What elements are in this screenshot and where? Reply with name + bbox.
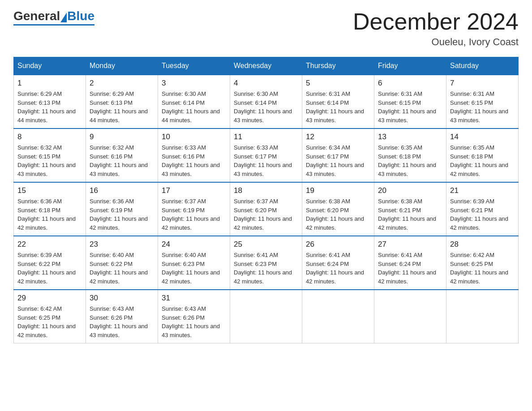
day-info: Sunrise: 6:30 AMSunset: 6:14 PMDaylight:… [234,90,298,124]
day-info: Sunrise: 6:33 AMSunset: 6:16 PMDaylight:… [162,143,226,178]
calendar-week-2: 8 Sunrise: 6:32 AMSunset: 6:15 PMDayligh… [14,128,519,182]
calendar-table: SundayMondayTuesdayWednesdayThursdayFrid… [13,57,519,343]
day-info: Sunrise: 6:36 AMSunset: 6:19 PMDaylight:… [90,197,154,232]
weekday-header-wednesday: Wednesday [230,57,302,75]
calendar-cell: 5 Sunrise: 6:31 AMSunset: 6:14 PMDayligh… [302,75,374,128]
calendar-cell: 12 Sunrise: 6:34 AMSunset: 6:17 PMDaylig… [302,128,374,182]
day-info: Sunrise: 6:41 AMSunset: 6:24 PMDaylight:… [306,251,370,286]
day-number: 21 [450,186,515,195]
calendar-cell: 8 Sunrise: 6:32 AMSunset: 6:15 PMDayligh… [14,128,86,182]
day-number: 14 [450,133,515,141]
day-number: 16 [90,186,154,195]
day-info: Sunrise: 6:40 AMSunset: 6:22 PMDaylight:… [90,251,154,286]
calendar-cell [446,290,519,343]
calendar-cell [230,290,302,343]
calendar-cell: 2 Sunrise: 6:29 AMSunset: 6:13 PMDayligh… [86,75,158,128]
day-info: Sunrise: 6:36 AMSunset: 6:18 PMDaylight:… [17,197,82,232]
day-info: Sunrise: 6:32 AMSunset: 6:15 PMDaylight:… [17,143,82,178]
day-number: 8 [17,133,82,141]
day-number: 27 [378,240,442,249]
day-info: Sunrise: 6:41 AMSunset: 6:23 PMDaylight:… [234,251,298,286]
calendar-cell: 4 Sunrise: 6:30 AMSunset: 6:14 PMDayligh… [230,75,302,128]
day-number: 20 [378,186,442,195]
day-info: Sunrise: 6:30 AMSunset: 6:14 PMDaylight:… [162,90,226,124]
calendar-cell: 9 Sunrise: 6:32 AMSunset: 6:16 PMDayligh… [86,128,158,182]
day-number: 11 [234,133,298,141]
day-info: Sunrise: 6:43 AMSunset: 6:26 PMDaylight:… [162,304,226,339]
day-number: 31 [162,294,226,303]
day-number: 3 [162,79,226,88]
day-info: Sunrise: 6:35 AMSunset: 6:18 PMDaylight:… [378,143,442,178]
calendar-cell [302,290,374,343]
day-number: 10 [162,133,226,141]
calendar-week-3: 15 Sunrise: 6:36 AMSunset: 6:18 PMDaylig… [14,182,519,236]
calendar-cell: 29 Sunrise: 6:42 AMSunset: 6:25 PMDaylig… [14,290,86,343]
calendar-cell: 11 Sunrise: 6:33 AMSunset: 6:17 PMDaylig… [230,128,302,182]
day-info: Sunrise: 6:41 AMSunset: 6:24 PMDaylight:… [378,251,442,286]
day-number: 6 [378,79,442,88]
day-info: Sunrise: 6:39 AMSunset: 6:21 PMDaylight:… [450,197,515,232]
day-info: Sunrise: 6:32 AMSunset: 6:16 PMDaylight:… [90,143,154,178]
logo-underline [13,24,94,26]
day-number: 29 [17,294,82,303]
weekday-header-saturday: Saturday [446,57,519,75]
calendar-cell: 23 Sunrise: 6:40 AMSunset: 6:22 PMDaylig… [86,236,158,290]
calendar-week-5: 29 Sunrise: 6:42 AMSunset: 6:25 PMDaylig… [14,290,519,343]
calendar-week-1: 1 Sunrise: 6:29 AMSunset: 6:13 PMDayligh… [14,75,519,128]
calendar-cell: 19 Sunrise: 6:38 AMSunset: 6:20 PMDaylig… [302,182,374,236]
calendar-cell: 3 Sunrise: 6:30 AMSunset: 6:14 PMDayligh… [158,75,230,128]
day-number: 5 [306,79,370,88]
page-header: General Blue December 2024 Oueleu, Ivory… [13,9,519,48]
day-info: Sunrise: 6:42 AMSunset: 6:25 PMDaylight:… [450,251,515,286]
calendar-cell: 27 Sunrise: 6:41 AMSunset: 6:24 PMDaylig… [374,236,446,290]
location: Oueleu, Ivory Coast [353,36,519,48]
day-number: 15 [17,186,82,195]
calendar-cell: 14 Sunrise: 6:35 AMSunset: 6:18 PMDaylig… [446,128,519,182]
calendar-week-4: 22 Sunrise: 6:39 AMSunset: 6:22 PMDaylig… [14,236,519,290]
weekday-header-friday: Friday [374,57,446,75]
title-block: December 2024 Oueleu, Ivory Coast [353,9,519,48]
day-info: Sunrise: 6:35 AMSunset: 6:18 PMDaylight:… [450,143,515,178]
day-info: Sunrise: 6:38 AMSunset: 6:20 PMDaylight:… [306,197,370,232]
calendar-cell: 30 Sunrise: 6:43 AMSunset: 6:26 PMDaylig… [86,290,158,343]
month-title: December 2024 [353,9,519,34]
day-number: 23 [90,240,154,249]
day-number: 1 [17,79,82,88]
day-number: 25 [234,240,298,249]
calendar-cell: 16 Sunrise: 6:36 AMSunset: 6:19 PMDaylig… [86,182,158,236]
logo: General Blue [13,9,94,26]
calendar-cell: 13 Sunrise: 6:35 AMSunset: 6:18 PMDaylig… [374,128,446,182]
day-number: 19 [306,186,370,195]
calendar-cell: 24 Sunrise: 6:40 AMSunset: 6:23 PMDaylig… [158,236,230,290]
calendar-cell [374,290,446,343]
weekday-header-row: SundayMondayTuesdayWednesdayThursdayFrid… [14,57,519,75]
day-info: Sunrise: 6:31 AMSunset: 6:14 PMDaylight:… [306,90,370,124]
day-number: 28 [450,240,515,249]
day-info: Sunrise: 6:43 AMSunset: 6:26 PMDaylight:… [90,304,154,339]
calendar-cell: 20 Sunrise: 6:38 AMSunset: 6:21 PMDaylig… [374,182,446,236]
day-number: 17 [162,186,226,195]
calendar-cell: 18 Sunrise: 6:37 AMSunset: 6:20 PMDaylig… [230,182,302,236]
logo-general-text: General [13,9,60,23]
logo-triangle-icon [60,13,67,22]
day-number: 2 [90,79,154,88]
weekday-header-sunday: Sunday [14,57,86,75]
calendar-cell: 21 Sunrise: 6:39 AMSunset: 6:21 PMDaylig… [446,182,519,236]
logo-text: General Blue [13,9,94,23]
calendar-cell: 7 Sunrise: 6:31 AMSunset: 6:15 PMDayligh… [446,75,519,128]
day-number: 30 [90,294,154,303]
calendar-cell: 15 Sunrise: 6:36 AMSunset: 6:18 PMDaylig… [14,182,86,236]
day-info: Sunrise: 6:29 AMSunset: 6:13 PMDaylight:… [17,90,82,124]
day-number: 7 [450,79,515,88]
weekday-header-monday: Monday [86,57,158,75]
day-number: 18 [234,186,298,195]
calendar-cell: 17 Sunrise: 6:37 AMSunset: 6:19 PMDaylig… [158,182,230,236]
day-info: Sunrise: 6:31 AMSunset: 6:15 PMDaylight:… [450,90,515,124]
day-number: 12 [306,133,370,141]
calendar-cell: 6 Sunrise: 6:31 AMSunset: 6:15 PMDayligh… [374,75,446,128]
weekday-header-tuesday: Tuesday [158,57,230,75]
day-number: 22 [17,240,82,249]
day-info: Sunrise: 6:29 AMSunset: 6:13 PMDaylight:… [90,90,154,124]
calendar-cell: 25 Sunrise: 6:41 AMSunset: 6:23 PMDaylig… [230,236,302,290]
logo-blue-text: Blue [67,9,94,23]
